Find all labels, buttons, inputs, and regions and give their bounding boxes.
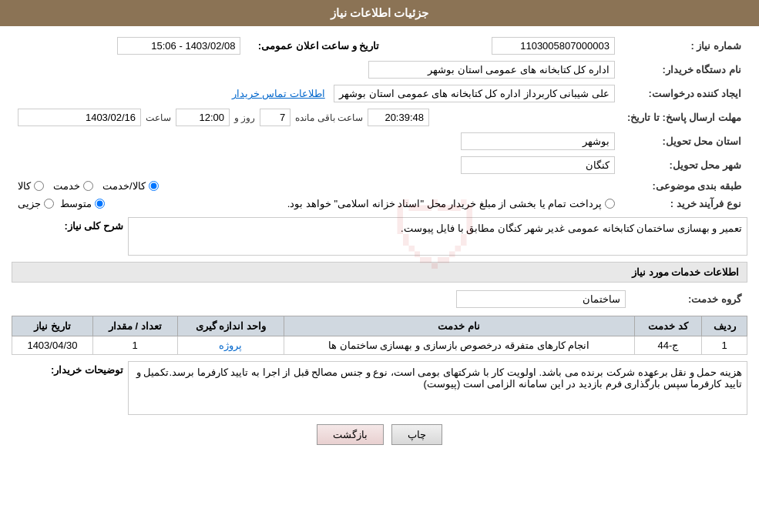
category-option-both[interactable]: کالا/خدمت [102, 180, 159, 192]
category-goods-radio[interactable] [34, 181, 44, 191]
deadline-days: 7 [260, 109, 291, 126]
category-both-radio[interactable] [149, 181, 159, 191]
service-group-value: ساختمان [456, 290, 626, 308]
contact-link[interactable]: اطلاعات تماس خریدار [232, 88, 325, 99]
print-button[interactable]: چاپ [391, 424, 442, 445]
col-header-name: نام خدمت [284, 316, 634, 336]
description-label: شرح کلی نیاز: [12, 217, 123, 232]
category-goods-label: کالا [18, 180, 31, 192]
purchase-type-label: نوع فرآیند خرید : [621, 195, 747, 212]
deadline-label: مهلت ارسال پاسخ: تا تاریخ: [621, 105, 747, 129]
cell-code: ج-44 [634, 336, 702, 355]
need-number-value: 1103005807000003 [385, 34, 620, 58]
city-label: شهر محل تحویل: [621, 153, 747, 177]
page-header: جزئیات اطلاعات نیاز [0, 0, 759, 26]
announce-value: 1403/02/08 - 15:06 [117, 37, 240, 55]
cell-name: انجام کارهای متفرقه درخصوص بازسازی و بهس… [284, 336, 634, 355]
purchase-type-partial[interactable]: جزیی [18, 198, 54, 209]
purchase-medium-label: متوسط [60, 198, 92, 209]
services-section-title: اطلاعات خدمات مورد نیاز [12, 262, 747, 283]
page-title: جزئیات اطلاعات نیاز [331, 6, 428, 19]
service-group-label: گروه خدمت: [632, 287, 747, 311]
category-option-service[interactable]: خدمت [53, 180, 93, 192]
province-value: بوشهر [461, 132, 615, 150]
org-name-value: اداره کل کتابخانه های عمومی استان بوشهر [368, 61, 615, 79]
deadline-time: 12:00 [176, 109, 230, 126]
action-buttons: چاپ بازگشت [12, 424, 747, 445]
need-number-label: شماره نیاز : [621, 34, 747, 58]
city-value: کنگان [461, 156, 615, 174]
purchase-type-treasury[interactable]: پرداخت تمام یا بخشی از مبلغ خریدار محل "… [111, 198, 615, 209]
category-option-goods[interactable]: کالا [18, 180, 44, 192]
purchase-type-medium[interactable]: متوسط [60, 198, 105, 209]
deadline-remaining: 20:39:48 [368, 109, 429, 126]
col-header-row: ردیف [702, 316, 747, 336]
purchase-partial-radio[interactable] [44, 199, 54, 209]
cell-unit: پروژه [177, 336, 284, 355]
purchase-medium-radio[interactable] [95, 199, 105, 209]
col-header-date: تاریخ نیاز [12, 316, 93, 336]
category-service-label: خدمت [53, 180, 80, 192]
org-name-label: نام دستگاه خریدار: [621, 58, 747, 82]
announce-label: تاریخ و ساعت اعلان عمومی: [258, 40, 380, 52]
buyer-notes-value: هزینه حمل و نقل برعهده شرکت برنده می باش… [128, 361, 747, 415]
purchase-partial-label: جزیی [18, 198, 41, 209]
deadline-remaining-label: ساعت باقی مانده [295, 112, 363, 123]
creator-value: علی شیبانی کاربرداز اداره کل کتابخانه ها… [334, 85, 615, 102]
category-both-label: کالا/خدمت [102, 180, 146, 192]
buyer-notes-label: توضیحات خریدار: [12, 361, 123, 376]
deadline-days-label: روز و [234, 112, 255, 123]
province-label: استان محل تحویل: [621, 129, 747, 153]
back-button[interactable]: بازگشت [317, 424, 384, 445]
category-service-radio[interactable] [83, 181, 93, 191]
category-label: طبقه بندی موضوعی: [621, 177, 747, 195]
description-value: تعمیر و بهسازی ساختمان کتابخانه عمومی غد… [128, 217, 747, 256]
deadline-time-label: ساعت [146, 112, 171, 123]
col-header-code: کد خدمت [634, 316, 702, 336]
purchase-treasury-label: پرداخت تمام یا بخشی از مبلغ خریدار محل "… [287, 198, 602, 209]
description-row: شرح کلی نیاز: 🛡 تعمیر و بهسازی ساختمان ک… [12, 217, 747, 256]
need-number-box: 1103005807000003 [492, 37, 615, 55]
creator-label: ایجاد کننده درخواست: [621, 82, 747, 105]
cell-row: 1 [702, 336, 747, 355]
cell-qty: 1 [92, 336, 177, 355]
purchase-treasury-radio[interactable] [605, 199, 615, 209]
buyer-notes-row: توضیحات خریدار: هزینه حمل و نقل برعهده ش… [12, 361, 747, 415]
cell-date: 1403/04/30 [12, 336, 93, 355]
services-table: ردیف کد خدمت نام خدمت واحد اندازه گیری ت… [12, 316, 747, 355]
col-header-unit: واحد اندازه گیری [177, 316, 284, 336]
table-row: 1 ج-44 انجام کارهای متفرقه درخصوص بازساز… [12, 336, 747, 355]
deadline-date: 1403/02/16 [18, 109, 141, 126]
col-header-qty: تعداد / مقدار [92, 316, 177, 336]
